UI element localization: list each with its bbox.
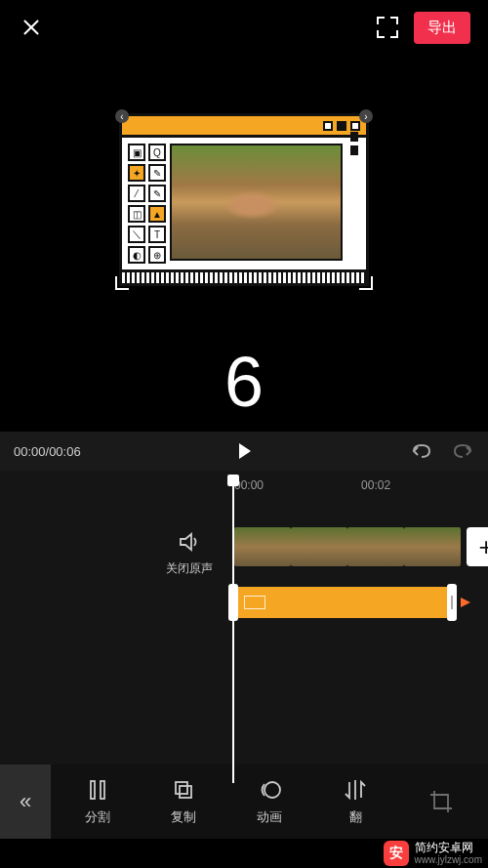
video-track[interactable]: +	[234, 527, 488, 566]
video-preview[interactable]: ‹ › ▣Q ✦✎ ⁄✎ ◫▲ ＼T ◐⊕ 6	[117, 55, 371, 432]
svg-point-4	[264, 782, 280, 798]
sticker-photo	[170, 144, 343, 261]
playhead[interactable]	[232, 476, 234, 783]
sticker-selection-frame[interactable]: ‹ › ▣Q ✦✎ ⁄✎ ◫▲ ＼T ◐⊕	[119, 113, 369, 286]
svg-rect-0	[91, 781, 95, 799]
video-clip-thumb[interactable]	[291, 527, 347, 566]
time-display: 00:00/00:06	[14, 444, 81, 459]
video-clip-thumb[interactable]	[404, 527, 461, 566]
flip-button[interactable]: 翻	[343, 777, 368, 826]
watermark-badge: 安	[384, 841, 409, 866]
rotate-handle-icon[interactable]: ‹	[115, 109, 129, 123]
tool-label: 复制	[171, 808, 196, 826]
mute-label: 关闭原声	[166, 560, 213, 577]
speaker-icon	[177, 529, 202, 555]
retro-window-sticker: ▣Q ✦✎ ⁄✎ ◫▲ ＼T ◐⊕	[119, 113, 369, 286]
countdown-number: 6	[224, 342, 264, 422]
video-clip-thumb[interactable]	[234, 527, 291, 566]
close-button[interactable]	[18, 14, 45, 41]
copy-icon	[171, 777, 196, 803]
bottom-toolbar: « 分割 复制 动画 翻	[0, 765, 488, 839]
watermark-name: 简约安卓网	[415, 842, 482, 854]
corner-handle-bl[interactable]	[115, 276, 129, 290]
animation-button[interactable]: 动画	[257, 777, 282, 826]
time-ruler: 00:00 00:02	[0, 478, 488, 500]
clip-right-handle[interactable]	[447, 584, 457, 621]
fullscreen-icon[interactable]	[377, 17, 398, 38]
add-clip-button[interactable]: +	[467, 527, 488, 566]
svg-rect-3	[180, 786, 191, 798]
video-clip-thumb[interactable]	[347, 527, 404, 566]
svg-rect-1	[101, 781, 104, 799]
sticker-thumb-icon	[244, 596, 265, 609]
crop-icon	[428, 789, 454, 814]
flip-icon	[343, 777, 368, 803]
split-icon	[85, 777, 110, 803]
watermark: 安 简约安卓网 www.jylzwj.com	[384, 841, 482, 866]
mute-original-button[interactable]: 关闭原声	[166, 529, 213, 577]
delete-handle-icon[interactable]: ›	[359, 109, 373, 123]
undo-button[interactable]	[410, 442, 433, 460]
play-button[interactable]	[239, 443, 251, 459]
redo-button[interactable]	[451, 442, 474, 460]
arrow-right-icon	[461, 598, 470, 607]
tool-label: 分割	[85, 808, 110, 826]
scale-handle-icon[interactable]	[359, 276, 373, 290]
more-tool-button[interactable]	[428, 789, 454, 814]
collapse-toolbar-button[interactable]: «	[0, 765, 51, 839]
split-button[interactable]: 分割	[85, 777, 110, 826]
export-button[interactable]: 导出	[414, 12, 470, 44]
sticker-track[interactable]	[228, 584, 470, 621]
tool-label: 动画	[257, 808, 282, 826]
sticker-clip[interactable]	[238, 587, 447, 618]
copy-button[interactable]: 复制	[171, 777, 196, 826]
animation-icon	[257, 777, 282, 803]
watermark-url: www.jylzwj.com	[415, 854, 482, 865]
tool-label: 翻	[349, 808, 362, 826]
timeline[interactable]: 00:00 00:02 关闭原声 +	[0, 471, 488, 783]
svg-rect-2	[176, 782, 187, 794]
